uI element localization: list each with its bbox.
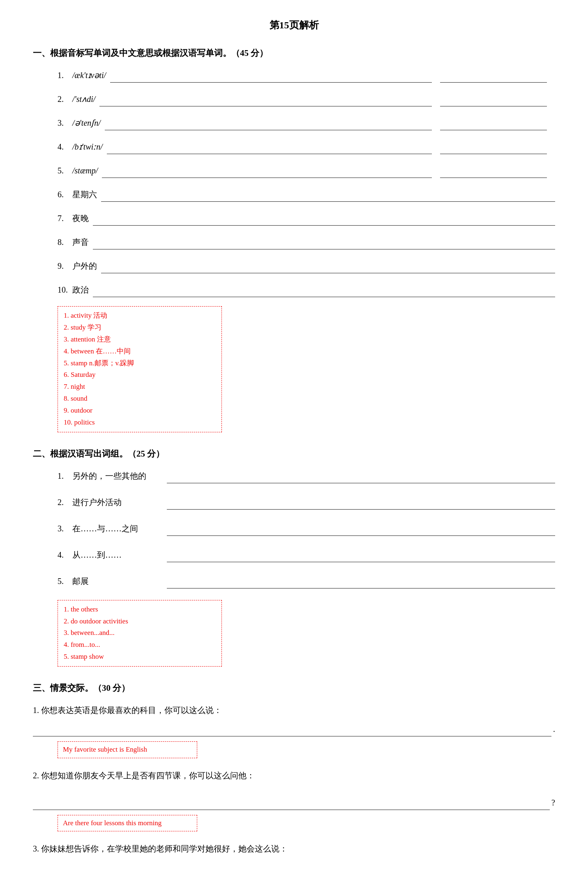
list-item: 2. /'stʌdi/ bbox=[33, 92, 555, 106]
answer-line[interactable] bbox=[167, 552, 555, 562]
list-item: 7. 夜晚 bbox=[33, 211, 555, 226]
answer-line[interactable] bbox=[167, 473, 555, 483]
question-number: 2. bbox=[33, 771, 41, 780]
answer-item: 4. between 在……中间 bbox=[64, 346, 216, 358]
answer-line[interactable] bbox=[167, 579, 555, 588]
item-number: 7. bbox=[58, 211, 72, 226]
answer-item: 1. activity 活动 bbox=[64, 310, 216, 322]
item-number: 2. bbox=[58, 495, 72, 510]
answer-item: 2. do outdoor activities bbox=[64, 616, 216, 628]
answer-line[interactable] bbox=[167, 500, 555, 510]
list-item: 5. /stæmp/ bbox=[33, 163, 555, 178]
answer-box-1: 1. activity 活动 2. study 学习 3. attention … bbox=[58, 306, 222, 432]
answer-item: 7. night bbox=[64, 381, 216, 393]
item-number: 4. bbox=[58, 139, 72, 154]
answer-item: 3. between...and... bbox=[64, 627, 216, 639]
section3-heading: 三、情景交际。（30 分） bbox=[33, 681, 555, 696]
answer-line[interactable] bbox=[33, 800, 550, 810]
list-item: 8. 声音 bbox=[33, 235, 555, 249]
list-item: 6. 星期六 bbox=[33, 187, 555, 202]
question-text: 3. 你妹妹想告诉你，在学校里她的老师和同学对她很好，她会这么说： bbox=[33, 841, 555, 856]
answer-line[interactable] bbox=[102, 168, 432, 178]
question-body: 你想表达英语是你最喜欢的科目，你可以这么说： bbox=[41, 706, 222, 715]
answer-line[interactable] bbox=[107, 144, 432, 154]
item-label: 进行户外活动 bbox=[72, 495, 163, 510]
item-label: /stæmp/ bbox=[72, 163, 98, 178]
answer-line-2[interactable] bbox=[440, 168, 547, 178]
item-number: 1. bbox=[58, 68, 72, 83]
question-text: 1. 你想表达英语是你最喜欢的科目，你可以这么说： bbox=[33, 703, 555, 718]
list-item: 9. 户外的 bbox=[33, 258, 555, 273]
answer-line[interactable] bbox=[105, 120, 432, 130]
item-label: 在……与……之间 bbox=[72, 521, 163, 536]
question-mark: ? bbox=[551, 795, 555, 810]
question-body: 你妹妹想告诉你，在学校里她的老师和同学对她很好，她会这么说： bbox=[41, 844, 288, 853]
item-label: /æk'tɪvəti/ bbox=[72, 68, 106, 83]
answer-box-3-2: Are there four lessons this morning bbox=[58, 815, 197, 832]
answer-line-2[interactable] bbox=[440, 120, 547, 130]
list-item: 1. /æk'tɪvəti/ bbox=[33, 68, 555, 83]
item-label: 邮展 bbox=[72, 574, 163, 588]
section3-item-3: 3. 你妹妹想告诉你，在学校里她的老师和同学对她很好，她会这么说： . My t… bbox=[33, 841, 555, 870]
answer-line[interactable] bbox=[167, 526, 555, 536]
answer-line-2[interactable] bbox=[440, 97, 547, 106]
item-label: /bɪ'twiːn/ bbox=[72, 139, 103, 154]
answer-item: 8. sound bbox=[64, 393, 216, 405]
answer-item: 2. study 学习 bbox=[64, 322, 216, 334]
item-label: 声音 bbox=[72, 235, 89, 249]
answer-line[interactable] bbox=[93, 287, 555, 297]
answer-line[interactable] bbox=[93, 216, 555, 226]
item-number: 2. bbox=[58, 92, 72, 106]
answer-item: 9. outdoor bbox=[64, 405, 216, 417]
item-label: 从……到…… bbox=[72, 547, 163, 562]
answer-item: 10. politics bbox=[64, 417, 216, 429]
question-body: 你想知道你朋友今天早上是否有四节课，你可以这么问他： bbox=[41, 771, 255, 780]
answer-item: 6. Saturday bbox=[64, 369, 216, 381]
period-mark: . bbox=[553, 868, 555, 870]
answer-item: 5. stamp show bbox=[64, 651, 216, 663]
answer-item: 3. attention 注意 bbox=[64, 334, 216, 346]
item-label: 星期六 bbox=[72, 187, 97, 202]
answer-line-2[interactable] bbox=[440, 144, 547, 154]
answer-line[interactable] bbox=[99, 97, 432, 106]
page-title: 第15页解析 bbox=[33, 16, 555, 34]
answer-line-2[interactable] bbox=[440, 73, 547, 83]
list-item: 4. /bɪ'twiːn/ bbox=[33, 139, 555, 154]
answer-line[interactable] bbox=[101, 263, 555, 273]
answer-text: My favorite subject is English bbox=[63, 743, 192, 756]
item-number: 4. bbox=[58, 547, 72, 562]
item-number: 6. bbox=[58, 187, 72, 202]
list-item: 1. 另外的，一些其他的 bbox=[33, 468, 555, 483]
answer-item: 5. stamp n.邮票；v.跺脚 bbox=[64, 358, 216, 369]
answer-text: Are there four lessons this morning bbox=[63, 817, 192, 830]
list-item: 4. 从……到…… bbox=[33, 547, 555, 562]
list-item: 5. 邮展 bbox=[33, 574, 555, 588]
item-number: 9. bbox=[58, 258, 72, 273]
item-label: 另外的，一些其他的 bbox=[72, 468, 163, 483]
item-number: 10. bbox=[58, 282, 72, 297]
section1: 一、根据音标写单词及中文意思或根据汉语写单词。（45 分） 1. /æk'tɪv… bbox=[33, 46, 555, 439]
answer-box-2: 1. the others 2. do outdoor activities 3… bbox=[58, 600, 222, 667]
section3: 三、情景交际。（30 分） 1. 你想表达英语是你最喜欢的科目，你可以这么说： … bbox=[33, 681, 555, 870]
list-item: 3. /ə'tenʃn/ bbox=[33, 115, 555, 130]
answer-line[interactable] bbox=[110, 73, 432, 83]
answer-line[interactable] bbox=[101, 192, 555, 202]
question-number: 1. bbox=[33, 706, 41, 715]
answer-item: 1. the others bbox=[64, 604, 216, 616]
section3-item-1: 1. 你想表达英语是你最喜欢的科目，你可以这么说： . My favorite … bbox=[33, 703, 555, 758]
item-number: 5. bbox=[58, 574, 72, 588]
list-item: 2. 进行户外活动 bbox=[33, 495, 555, 510]
item-label: /'stʌdi/ bbox=[72, 92, 95, 106]
item-label: 政治 bbox=[72, 282, 89, 297]
item-label: /ə'tenʃn/ bbox=[72, 115, 101, 130]
question-number: 3. bbox=[33, 844, 41, 853]
item-number: 5. bbox=[58, 163, 72, 178]
item-number: 1. bbox=[58, 468, 72, 483]
list-item: 3. 在……与……之间 bbox=[33, 521, 555, 536]
item-label: 户外的 bbox=[72, 258, 97, 273]
section2: 二、根据汉语写出词组。（25 分） 1. 另外的，一些其他的 2. 进行户外活动… bbox=[33, 446, 555, 673]
period-mark: . bbox=[553, 722, 555, 736]
answer-line[interactable] bbox=[93, 240, 555, 249]
section3-item-2: 2. 你想知道你朋友今天早上是否有四节课，你可以这么问他： ? Are ther… bbox=[33, 768, 555, 832]
answer-line[interactable] bbox=[33, 727, 551, 736]
